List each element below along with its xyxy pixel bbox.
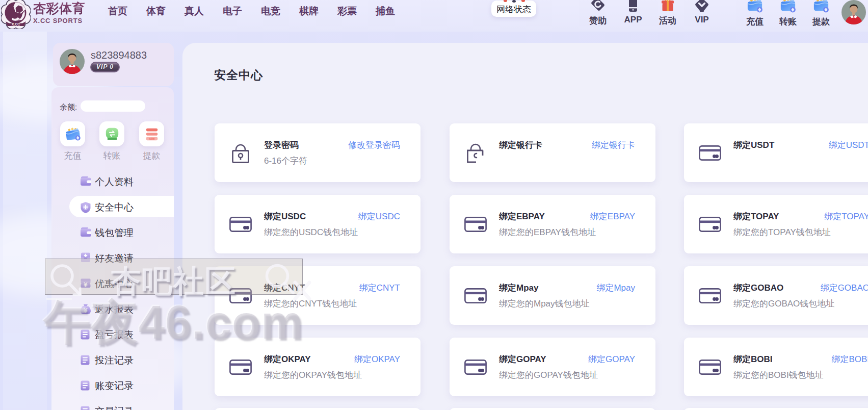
svg-text:ATM: ATM <box>149 137 154 140</box>
